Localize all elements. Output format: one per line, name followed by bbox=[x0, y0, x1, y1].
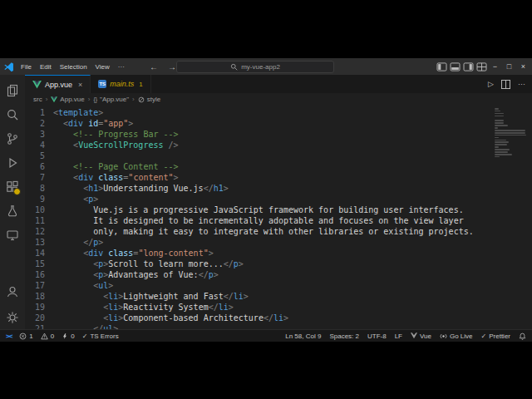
line-number: 11 bbox=[25, 215, 53, 226]
search-icon[interactable] bbox=[0, 102, 25, 126]
minimap-line bbox=[495, 156, 500, 158]
ts-errors-status[interactable]: ✓ TS Errors bbox=[82, 332, 119, 340]
remote-indicator[interactable]: >< bbox=[6, 332, 12, 340]
code-line-16[interactable]: 16 <p>Advantages of Vue:</p> bbox=[25, 269, 532, 280]
testing-icon[interactable] bbox=[0, 199, 25, 223]
menu-edit[interactable]: Edit bbox=[36, 63, 56, 71]
code-line-10[interactable]: 10 Vue.js is a progressive JavaScript fr… bbox=[25, 204, 532, 215]
activity-bar bbox=[0, 75, 25, 329]
eol-sequence[interactable]: LF bbox=[395, 332, 402, 340]
minimap-line bbox=[495, 122, 504, 124]
toggle-secondary-sidebar-icon[interactable] bbox=[461, 58, 475, 75]
encoding[interactable]: UTF-8 bbox=[367, 332, 387, 340]
nav-back-icon[interactable]: ← bbox=[150, 62, 158, 71]
line-text: <li>Reactivity System</li> bbox=[53, 302, 234, 313]
notifications-bell[interactable] bbox=[519, 332, 526, 340]
menu-selection[interactable]: Selection bbox=[56, 63, 91, 71]
line-number: 9 bbox=[25, 194, 53, 204]
breadcrumb-app-vue[interactable]: App.vue bbox=[51, 96, 84, 103]
line-number: 19 bbox=[25, 302, 53, 313]
minimap-line bbox=[495, 140, 506, 141]
line-text: </ul> bbox=[53, 323, 118, 329]
customize-layout-icon[interactable] bbox=[475, 58, 488, 75]
code-line-15[interactable]: 15 <p>Scroll to learn more...</p> bbox=[25, 259, 532, 269]
explorer-icon[interactable] bbox=[0, 78, 25, 102]
code-line-12[interactable]: 12 only, making it easy to integrate wit… bbox=[25, 226, 532, 237]
settings-gear-icon[interactable] bbox=[0, 305, 25, 329]
toggle-panel-icon[interactable] bbox=[448, 58, 461, 75]
breadcrumb-separator: › bbox=[132, 96, 135, 103]
vue-icon bbox=[411, 332, 417, 339]
code-line-11[interactable]: 11 It is designed to be incrementally ad… bbox=[25, 215, 532, 226]
code-line-1[interactable]: 1<template> bbox=[25, 107, 532, 118]
line-number: 4 bbox=[25, 140, 53, 150]
close-button[interactable]: × bbox=[516, 58, 530, 75]
code-line-17[interactable]: 17 <ul> bbox=[25, 280, 532, 291]
line-number: 13 bbox=[25, 237, 53, 248]
menu-overflow[interactable]: ··· bbox=[114, 63, 129, 71]
line-text: <p>Advantages of Vue:</p> bbox=[53, 269, 219, 280]
tab-main-ts[interactable]: TS main.ts 1 bbox=[91, 75, 150, 93]
line-text: <p> bbox=[53, 194, 98, 204]
source-control-icon[interactable] bbox=[0, 126, 25, 150]
indentation[interactable]: Spaces: 2 bbox=[329, 332, 359, 340]
line-number: 18 bbox=[25, 291, 53, 302]
code-line-5[interactable]: 5 bbox=[25, 150, 532, 161]
close-tab-icon[interactable]: × bbox=[78, 81, 82, 89]
tab-bar: App.vue × TS main.ts 1 ▷ ··· bbox=[25, 75, 532, 93]
code-line-2[interactable]: 2 <div id="app"> bbox=[25, 118, 532, 129]
language-mode[interactable]: Vue bbox=[411, 332, 431, 340]
nav-forward-icon[interactable]: → bbox=[168, 62, 176, 71]
code-line-14[interactable]: 14 <div class="long-content"> bbox=[25, 248, 532, 259]
code-line-9[interactable]: 9 <p> bbox=[25, 194, 532, 204]
breadcrumb-separator: › bbox=[46, 96, 48, 103]
breadcrumb-symbol[interactable]: {} "App.vue" bbox=[93, 96, 129, 103]
toggle-sidebar-icon[interactable] bbox=[435, 58, 448, 75]
command-center-search[interactable]: my-vue-app2 bbox=[176, 61, 334, 73]
problems-errors[interactable]: 1 bbox=[19, 332, 32, 340]
line-text: <h1>Understanding Vue.js</h1> bbox=[53, 183, 229, 194]
code-line-18[interactable]: 18 <li>Lightweight and Fast</li> bbox=[25, 291, 532, 302]
breadcrumb-src[interactable]: src bbox=[33, 96, 42, 103]
code-line-20[interactable]: 20 <li>Component-based Architecture</li> bbox=[25, 313, 532, 323]
line-text: <ul> bbox=[53, 280, 113, 291]
code-line-8[interactable]: 8 <h1>Understanding Vue.js</h1> bbox=[25, 183, 532, 194]
tab-app-vue[interactable]: App.vue × bbox=[25, 75, 91, 93]
vscode-window: File Edit Selection View ··· ← → my-vue-… bbox=[0, 58, 532, 342]
split-editor-icon[interactable] bbox=[501, 80, 510, 89]
cursor-position[interactable]: Ln 58, Col 9 bbox=[285, 332, 321, 340]
more-actions-icon[interactable]: ··· bbox=[518, 80, 525, 88]
run-file-icon[interactable]: ▷ bbox=[488, 80, 494, 88]
code-line-13[interactable]: 13 </p> bbox=[25, 237, 532, 248]
account-icon[interactable] bbox=[0, 279, 25, 303]
line-text: <p>Scroll to learn more...</p> bbox=[53, 259, 244, 269]
go-live-button[interactable]: Go Live bbox=[440, 332, 473, 340]
bolt-counter[interactable]: 0 bbox=[62, 332, 74, 340]
code-editor[interactable]: 1<template>2 <div id="app">3 <!-- Progre… bbox=[25, 106, 532, 329]
code-line-7[interactable]: 7 <div class="content"> bbox=[25, 172, 532, 183]
line-number: 8 bbox=[25, 183, 53, 194]
minimap[interactable] bbox=[495, 108, 528, 157]
menu-view[interactable]: View bbox=[91, 63, 114, 71]
tab-label: App.vue bbox=[45, 81, 72, 89]
remote-explorer-icon[interactable] bbox=[0, 223, 25, 247]
minimap-line bbox=[495, 154, 512, 155]
minimize-button[interactable]: − bbox=[488, 58, 502, 75]
breadcrumb-style[interactable]: style bbox=[138, 96, 160, 103]
run-debug-icon[interactable] bbox=[0, 150, 25, 175]
line-text: <div class="content"> bbox=[53, 172, 179, 183]
code-line-6[interactable]: 6 <!-- Page Content --> bbox=[25, 161, 532, 172]
code-line-3[interactable]: 3 <!-- Progress Bar --> bbox=[25, 129, 532, 140]
problems-warnings[interactable]: 0 bbox=[41, 332, 54, 340]
line-text: <template> bbox=[53, 107, 103, 118]
vscode-logo-icon bbox=[0, 62, 17, 72]
prettier-status[interactable]: ✓ Prettier bbox=[481, 332, 511, 340]
menu-file[interactable]: File bbox=[17, 63, 36, 71]
extensions-icon[interactable] bbox=[0, 175, 25, 199]
line-text: <!-- Page Content --> bbox=[53, 161, 179, 172]
code-line-19[interactable]: 19 <li>Reactivity System</li> bbox=[25, 302, 532, 313]
line-text: </p> bbox=[53, 237, 103, 248]
code-line-21[interactable]: 21 </ul> bbox=[25, 323, 532, 329]
maximize-button[interactable]: □ bbox=[502, 58, 516, 75]
code-line-4[interactable]: 4 <VueScrollProgress /> bbox=[25, 140, 532, 150]
